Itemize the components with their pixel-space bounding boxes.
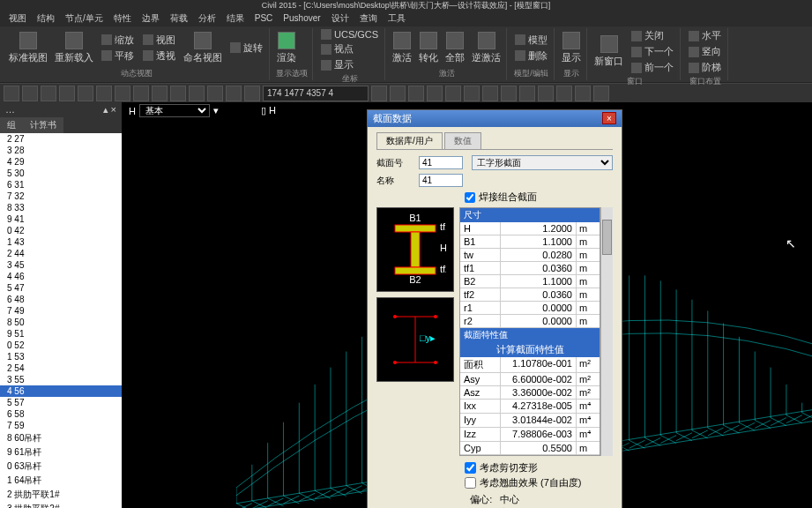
menu-item[interactable]: 结果 — [227, 11, 244, 26]
ribbon-btn[interactable]: 视图 — [140, 33, 178, 48]
tree-item[interactable]: 1 64吊杆 — [0, 474, 122, 488]
tree-item[interactable]: 3 28 — [0, 145, 122, 156]
cmd-button[interactable] — [59, 86, 75, 101]
menu-item[interactable]: 分析 — [198, 11, 216, 26]
menu-item[interactable]: 特性 — [114, 11, 131, 26]
table-row[interactable]: r20.0000m — [460, 315, 600, 328]
cmd-button[interactable] — [115, 86, 130, 101]
cmd-button[interactable] — [78, 86, 93, 101]
tree-item[interactable]: 8 60吊杆 — [0, 431, 122, 445]
ribbon-btn[interactable]: 视点 — [318, 41, 381, 56]
menu-item[interactable]: PSC — [255, 11, 273, 26]
cmd-button[interactable] — [22, 86, 38, 101]
ribbon-btn[interactable]: 下一个 — [629, 44, 676, 59]
tree-item[interactable]: 8 50 — [0, 317, 122, 328]
cmd-button[interactable] — [445, 86, 461, 101]
ribbon-btn[interactable]: 转化 — [417, 30, 440, 66]
table-row[interactable]: Ixx4.27318e-005m⁴ — [460, 400, 600, 414]
cmd-button[interactable] — [519, 86, 535, 101]
tree-item[interactable]: 9 61吊杆 — [0, 445, 122, 459]
tree-tab[interactable]: 计算书 — [23, 117, 63, 133]
ribbon-btn[interactable]: 重新载入 — [53, 30, 95, 66]
vp-dropdown[interactable]: 基本 — [139, 104, 210, 117]
tree-item[interactable]: 2 27 — [0, 133, 122, 145]
menu-item[interactable]: Pushover — [283, 11, 320, 26]
table-row[interactable]: r10.0000m — [460, 302, 600, 315]
tree-item[interactable]: 2 拱肋平联1# — [0, 488, 122, 502]
menu-item[interactable]: 边界 — [142, 11, 160, 26]
scrollbar[interactable] — [600, 207, 613, 456]
menu-item[interactable]: 荷载 — [170, 11, 188, 26]
ribbon-btn[interactable]: 全部 — [443, 30, 466, 66]
tree-list[interactable]: 2 273 284 295 306 317 328 339 410 421 43… — [0, 133, 122, 508]
ribbon-btn[interactable]: 缩放 — [99, 33, 137, 48]
menu-item[interactable]: 查询 — [360, 11, 377, 26]
close-icon[interactable]: ▴ × — [103, 104, 116, 116]
tree-item[interactable]: 4 29 — [0, 156, 122, 168]
menu-item[interactable]: 设计 — [332, 11, 349, 26]
tree-item[interactable]: 0 42 — [0, 225, 122, 236]
cmd-button[interactable] — [556, 86, 572, 101]
cmd-button[interactable] — [244, 86, 260, 101]
tree-item[interactable]: 2 54 — [0, 362, 122, 374]
tree-item[interactable]: 5 30 — [0, 168, 122, 179]
table-row[interactable]: Iyy3.01844e-002m⁴ — [460, 414, 600, 428]
table-row[interactable]: B11.1000m — [460, 235, 600, 249]
ribbon-btn[interactable]: 水平 — [686, 28, 724, 43]
tree-item[interactable]: 3 拱肋平联2# — [0, 502, 122, 508]
tree-item[interactable]: 4 56 — [0, 385, 122, 397]
tree-item[interactable]: 8 33 — [0, 202, 122, 213]
ribbon-btn[interactable]: UCS/GCS — [318, 28, 381, 41]
weld-checkbox[interactable] — [465, 192, 475, 203]
cmd-button[interactable] — [4, 86, 19, 101]
table-row[interactable]: Cyp0.5500m — [460, 442, 600, 455]
menu-item[interactable]: 结构 — [37, 11, 55, 26]
ribbon-btn[interactable]: 新窗口 — [592, 34, 625, 70]
ribbon-btn[interactable]: 平移 — [99, 49, 137, 64]
tree-item[interactable]: 7 59 — [0, 420, 122, 431]
tree-tab[interactable]: 组 — [0, 117, 23, 133]
cmd-button[interactable] — [575, 86, 591, 101]
ribbon-btn[interactable]: 关闭 — [629, 28, 676, 43]
tree-item[interactable]: 3 45 — [0, 259, 122, 271]
cmd-button[interactable] — [226, 86, 242, 101]
cmd-button[interactable] — [427, 86, 443, 101]
tree-item[interactable]: 1 43 — [0, 236, 122, 248]
tree-item[interactable]: 0 52 — [0, 340, 122, 351]
table-row[interactable]: 面积1.10780e-001m² — [460, 357, 600, 373]
menu-item[interactable]: 视图 — [9, 11, 26, 26]
cmd-button[interactable] — [371, 86, 387, 101]
ribbon-btn[interactable]: 渲染 — [275, 30, 298, 66]
tree-item[interactable]: 5 47 — [0, 282, 122, 294]
ribbon-btn[interactable]: 标准视图 — [7, 30, 49, 66]
cmd-button[interactable] — [482, 86, 498, 101]
cmd-button[interactable] — [96, 86, 112, 101]
ribbon-btn[interactable]: 删除 — [512, 49, 550, 64]
tree-item[interactable]: 4 46 — [0, 271, 122, 282]
close-icon[interactable]: × — [602, 112, 616, 124]
shape-select[interactable]: 工字形截面 — [472, 155, 613, 170]
table-row[interactable]: Izz7.98806e-003m⁴ — [460, 428, 600, 442]
tree-item[interactable]: 6 58 — [0, 408, 122, 420]
tree-item[interactable]: 6 31 — [0, 179, 122, 190]
cmd-button[interactable] — [189, 86, 205, 101]
ribbon-btn[interactable]: 显示 — [560, 30, 583, 66]
cmd-button[interactable] — [133, 86, 149, 101]
menu-item[interactable]: 工具 — [388, 11, 406, 26]
tree-item[interactable]: 7 32 — [0, 190, 122, 202]
ribbon-btn[interactable]: 阶梯 — [686, 60, 724, 75]
tree-item[interactable]: 1 53 — [0, 351, 122, 362]
table-row[interactable]: Asz3.36000e-002m² — [460, 386, 600, 400]
section-no-input[interactable] — [419, 156, 463, 169]
ribbon-btn[interactable]: 透视 — [140, 49, 178, 64]
ribbon-btn[interactable]: 旋转 — [227, 41, 265, 56]
tab[interactable]: 数据库/用户 — [376, 132, 443, 149]
ribbon-btn[interactable]: 显示 — [318, 57, 381, 72]
cmd-button[interactable] — [593, 86, 609, 101]
tab[interactable]: 数值 — [444, 132, 481, 149]
warp-checkbox[interactable] — [465, 477, 476, 489]
tree-item[interactable]: 2 44 — [0, 248, 122, 259]
ribbon-btn[interactable]: 模型 — [512, 33, 550, 48]
cmd-button[interactable] — [501, 86, 517, 101]
coord-input[interactable] — [263, 86, 369, 101]
